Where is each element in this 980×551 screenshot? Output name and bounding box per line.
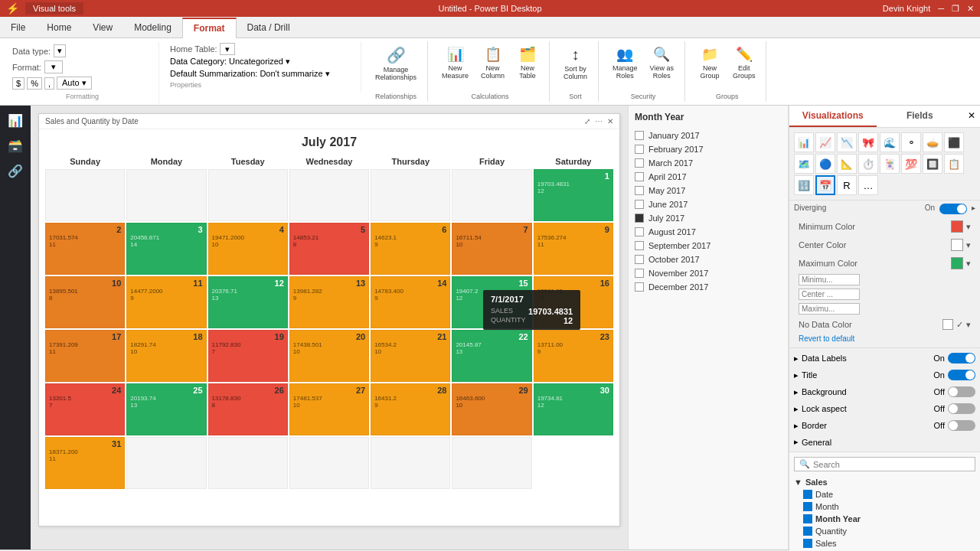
filter-item-July-2017[interactable]: July 2017 [635,211,782,225]
cal-cell-21[interactable]: 21 16534.2 10 [371,330,450,382]
new-measure-btn[interactable]: 📊 NewMeasure [437,44,473,81]
cal-cell-10[interactable]: 10 13895.501 8 [45,276,125,328]
viz-icon-calendar[interactable]: 📅 [815,175,835,195]
revert-link[interactable]: Revert to default [799,334,854,343]
month-year-check[interactable] [803,514,812,523]
viz-icon-area[interactable]: 📉 [837,132,857,152]
viz-icon-line[interactable]: 📈 [815,132,835,152]
no-data-check[interactable]: ✓ [956,320,963,330]
comma-btn[interactable]: , [44,77,54,90]
border-toggle[interactable] [948,420,975,431]
no-data-swatch[interactable] [942,319,953,330]
cal-cell-13[interactable]: 13 13981.282 9 [289,276,369,328]
field-group-header-sales[interactable]: ▼ Sales [794,476,975,488]
tab-fields[interactable]: Fields [877,106,964,127]
cal-cell-25[interactable]: 25 20193.74 13 [126,383,206,435]
max-color-dropdown[interactable]: ▾ [966,259,971,269]
viz-icon-scatter[interactable]: ⚬ [901,132,921,152]
visual-focus-btn[interactable]: ⤢ [584,117,590,126]
tab-format[interactable]: Format [182,18,237,38]
viz-icon-pie[interactable]: 🥧 [923,132,942,152]
viz-icon-ribbon[interactable]: 🎀 [858,132,878,152]
nav-model-icon[interactable]: 🔗 [8,164,23,178]
max-value-input[interactable] [799,303,860,315]
viz-icon-r[interactable]: R [837,175,857,195]
cal-cell-24[interactable]: 24 13201.5 7 [45,383,125,435]
minimize-btn[interactable]: ─ [938,4,944,13]
filter-item-June-2017[interactable]: June 2017 [635,197,782,211]
background-toggle[interactable] [948,386,975,397]
filter-item-October-2017[interactable]: October 2017 [635,253,782,266]
panel-close-btn[interactable]: ✕ [963,106,980,127]
min-color-dropdown[interactable]: ▾ [966,222,971,232]
cal-cell-22[interactable]: 22 20145.87 13 [452,330,531,382]
data-labels-toggle[interactable] [948,353,975,364]
maximize-btn[interactable]: ❐ [952,4,959,14]
viz-icon-map[interactable]: 🗺️ [794,154,814,174]
viz-icon-more[interactable]: … [858,175,878,195]
cal-cell-31[interactable]: 31 18371.200 11 [45,437,125,489]
filter-item-August-2017[interactable]: August 2017 [635,225,782,239]
viz-icon-bar[interactable]: 📊 [794,132,814,152]
filter-item-February-2017[interactable]: February 2017 [635,142,782,156]
cal-cell-3[interactable]: 3 20456.871 14 [126,223,206,275]
filter-item-March-2017[interactable]: March 2017 [635,156,782,170]
cal-cell-9[interactable]: 9 17536.274 11 [534,223,613,275]
filter-checkbox[interactable] [635,145,644,154]
filter-checkbox[interactable] [635,227,644,236]
visual-close-btn[interactable]: ✕ [607,117,613,126]
new-group-btn[interactable]: 📁 NewGroup [694,44,725,81]
tab-visualizations[interactable]: Visualizations [789,106,877,127]
diverging-toggle[interactable] [939,204,967,214]
new-table-btn[interactable]: 🗂️ NewTable [512,44,543,81]
new-column-btn[interactable]: 📋 NewColumn [476,44,509,81]
filter-item-September-2017[interactable]: September 2017 [635,239,782,253]
filter-checkbox[interactable] [635,200,644,209]
sort-by-column-btn[interactable]: ↕️ Sort byColumn [559,44,592,82]
viz-icon-funnel[interactable]: 📐 [837,154,857,174]
filter-checkbox[interactable] [635,214,644,223]
cal-cell-23[interactable]: 23 13711.00 9 [534,330,613,382]
filter-checkbox[interactable] [635,269,644,278]
tab-file[interactable]: File [0,17,36,37]
filter-checkbox[interactable] [635,172,644,181]
view-as-roles-btn[interactable]: 🔍 View asRoles [645,44,678,81]
sales-check[interactable] [803,539,812,548]
manage-relationships-btn[interactable]: 🔗 ManageRelationships [371,44,421,83]
cal-cell-11[interactable]: 11 14477.2000 9 [126,276,206,328]
cal-cell-12[interactable]: 12 20376.71 13 [208,276,288,328]
quantity-check[interactable] [803,527,812,536]
min-value-input[interactable] [799,274,860,285]
filter-item-December-2017[interactable]: December 2017 [635,280,782,294]
cal-cell-4[interactable]: 4 19471.2000 10 [208,223,288,275]
expand-icon[interactable]: ▸ [972,204,975,214]
cal-cell-26[interactable]: 26 13178.830 8 [208,383,288,435]
tab-view[interactable]: View [82,17,123,37]
filter-item-November-2017[interactable]: November 2017 [635,266,782,280]
filter-checkbox[interactable] [635,131,644,140]
cal-cell-1[interactable]: 1 19703.4831 12 [534,169,613,221]
cal-cell-28[interactable]: 28 16431.2 9 [371,383,450,435]
viz-icon-treemap[interactable]: ⬛ [944,132,964,152]
close-btn[interactable]: ✕ [967,4,974,14]
viz-icon-gauge[interactable]: ⏱️ [858,154,878,174]
percent-btn[interactable]: % [27,77,42,90]
manage-roles-btn[interactable]: 👥 ManageRoles [608,44,642,81]
viz-icon-table[interactable]: 📋 [944,154,964,174]
filter-item-January-2017[interactable]: January 2017 [635,129,782,142]
center-value-input[interactable] [799,289,860,300]
fields-search-input[interactable] [813,460,970,469]
cal-cell-7[interactable]: 7 16711.54 10 [452,223,531,275]
viz-icon-matrix[interactable]: 🔢 [794,175,814,195]
filter-checkbox[interactable] [635,158,644,168]
no-data-dropdown[interactable]: ▾ [966,320,971,330]
filter-checkbox[interactable] [635,255,644,264]
cal-cell-30[interactable]: 30 19734.81 12 [534,383,613,435]
cal-cell-17[interactable]: 17 17391.209 11 [45,330,125,382]
tab-modeling[interactable]: Modeling [123,17,182,37]
filter-item-April-2017[interactable]: April 2017 [635,170,782,184]
viz-icon-card[interactable]: 🃏 [880,154,900,174]
viz-icon-kpi[interactable]: 💯 [901,154,921,174]
filter-checkbox[interactable] [635,241,644,250]
home-table-dropdown[interactable]: ▾ [220,43,235,55]
